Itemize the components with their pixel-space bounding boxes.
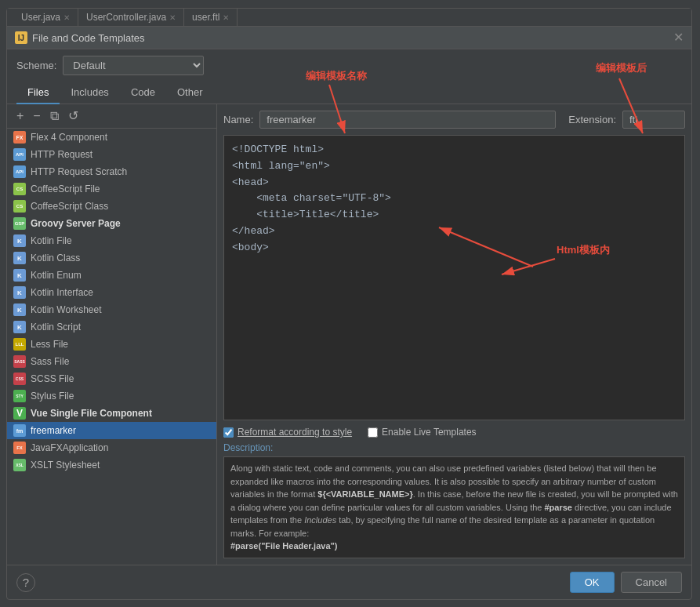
list-item[interactable]: SASS Sass File bbox=[7, 353, 216, 370]
file-icon: CS bbox=[13, 200, 26, 213]
description-label: Description: bbox=[223, 442, 685, 453]
list-item[interactable]: CS CoffeeScript File bbox=[7, 180, 216, 198]
reset-template-button[interactable]: ↺ bbox=[65, 108, 82, 124]
bottom-bar: ? OK Cancel bbox=[7, 565, 691, 599]
list-item[interactable]: API HTTP Request Scratch bbox=[7, 163, 216, 180]
file-icon: fm bbox=[13, 424, 26, 437]
close-tab-icon[interactable]: ✕ bbox=[63, 13, 70, 22]
reformat-checkbox[interactable]: Reformat according to style bbox=[223, 427, 352, 438]
tab-includes[interactable]: Includes bbox=[60, 82, 119, 104]
list-item[interactable]: FX JavaFXApplication bbox=[7, 439, 216, 456]
close-tab-icon[interactable]: ✕ bbox=[223, 13, 229, 22]
file-icon: K bbox=[13, 252, 26, 264]
list-item[interactable]: K Kotlin Class bbox=[7, 249, 216, 267]
help-button[interactable]: ? bbox=[16, 573, 35, 592]
right-panel: Name: Extension: <!DOCTYPE html> <html l… bbox=[217, 104, 691, 565]
name-input[interactable] bbox=[259, 111, 556, 129]
file-list: FX Flex 4 Component API HTTP Request API… bbox=[7, 129, 216, 565]
file-icon: FX bbox=[13, 131, 26, 144]
scheme-label: Scheme: bbox=[16, 60, 56, 71]
dialog-title: File and Code Templates bbox=[32, 32, 145, 44]
list-item[interactable]: API HTTP Request bbox=[7, 146, 216, 163]
list-item[interactable]: LLL Less File bbox=[7, 336, 216, 353]
tab-files[interactable]: Files bbox=[16, 82, 60, 104]
code-editor[interactable]: <!DOCTYPE html> <html lang="en"> <head> … bbox=[223, 135, 685, 420]
list-item[interactable]: FX Flex 4 Component bbox=[7, 129, 216, 146]
list-item[interactable]: CS CoffeeScript Class bbox=[7, 198, 216, 215]
main-content: + − ⧉ ↺ FX Flex 4 Component API HTTP Req… bbox=[7, 104, 691, 565]
top-tab-user-java[interactable]: User.java ✕ bbox=[13, 9, 78, 26]
file-icon: K bbox=[13, 269, 26, 282]
list-toolbar: + − ⧉ ↺ bbox=[7, 104, 216, 129]
live-templates-checkbox[interactable]: Enable Live Templates bbox=[368, 427, 477, 438]
name-extension-row: Name: Extension: bbox=[223, 111, 685, 129]
file-icon: API bbox=[13, 148, 26, 161]
file-icon: SASS bbox=[13, 355, 26, 368]
checkboxes-row: Reformat according to style Enable Live … bbox=[223, 427, 685, 438]
copy-template-button[interactable]: ⧉ bbox=[47, 108, 62, 124]
file-icon: K bbox=[13, 321, 26, 333]
file-icon: V bbox=[13, 407, 26, 420]
name-label: Name: bbox=[223, 114, 253, 125]
list-item[interactable]: K Kotlin File bbox=[7, 232, 216, 249]
file-icon: LLL bbox=[13, 338, 26, 351]
extension-label: Extension: bbox=[568, 114, 616, 125]
cancel-button[interactable]: Cancel bbox=[621, 572, 682, 593]
top-tab-user-ftl[interactable]: user.ftl ✕ bbox=[184, 9, 238, 26]
dialog-close-button[interactable]: ✕ bbox=[673, 31, 684, 44]
ok-button[interactable]: OK bbox=[570, 572, 615, 593]
file-icon: CS bbox=[13, 183, 26, 195]
close-tab-icon[interactable]: ✕ bbox=[169, 13, 176, 22]
live-templates-label: Enable Live Templates bbox=[382, 427, 477, 438]
file-icon: STY bbox=[13, 390, 26, 402]
scheme-select[interactable]: Default bbox=[63, 56, 204, 75]
file-icon: CSS bbox=[13, 373, 26, 385]
list-item[interactable]: V Vue Single File Component bbox=[7, 405, 216, 422]
main-tabs: Files Includes Code Other bbox=[7, 82, 691, 104]
remove-template-button[interactable]: − bbox=[30, 108, 43, 124]
list-item[interactable]: CSS SCSS File bbox=[7, 370, 216, 387]
app-icon: IJ bbox=[15, 31, 27, 44]
file-icon: API bbox=[13, 165, 26, 178]
title-bar: IJ File and Code Templates ✕ bbox=[7, 27, 691, 49]
description-box: Along with static text, code and comment… bbox=[223, 456, 685, 558]
dialog: User.java ✕ UserController.java ✕ user.f… bbox=[6, 8, 692, 600]
file-icon: GSP bbox=[13, 217, 26, 230]
file-icon: XSL bbox=[13, 459, 26, 471]
list-item[interactable]: XSL XSLT Stylesheet bbox=[7, 456, 216, 474]
top-file-tabs: User.java ✕ UserController.java ✕ user.f… bbox=[7, 9, 691, 27]
scheme-row: Scheme: Default bbox=[7, 49, 691, 82]
file-icon: FX bbox=[13, 442, 26, 454]
list-item-freemarker[interactable]: fm freemarker bbox=[7, 422, 216, 439]
list-item[interactable]: GSP Groovy Server Page bbox=[7, 215, 216, 232]
file-icon: K bbox=[13, 286, 26, 299]
list-item[interactable]: K Kotlin Worksheet bbox=[7, 301, 216, 318]
file-icon: K bbox=[13, 234, 26, 247]
tab-other[interactable]: Other bbox=[166, 82, 214, 104]
reformat-label: Reformat according to style bbox=[238, 427, 352, 438]
left-panel: + − ⧉ ↺ FX Flex 4 Component API HTTP Req… bbox=[7, 104, 217, 565]
extension-input[interactable] bbox=[622, 111, 685, 129]
list-item[interactable]: K Kotlin Interface bbox=[7, 284, 216, 301]
file-icon: K bbox=[13, 304, 26, 316]
tab-code[interactable]: Code bbox=[120, 82, 166, 104]
list-item[interactable]: K Kotlin Script bbox=[7, 318, 216, 336]
add-template-button[interactable]: + bbox=[13, 108, 27, 124]
top-tab-usercontroller[interactable]: UserController.java ✕ bbox=[78, 9, 184, 26]
list-item[interactable]: K Kotlin Enum bbox=[7, 267, 216, 284]
list-item[interactable]: STY Stylus File bbox=[7, 387, 216, 405]
